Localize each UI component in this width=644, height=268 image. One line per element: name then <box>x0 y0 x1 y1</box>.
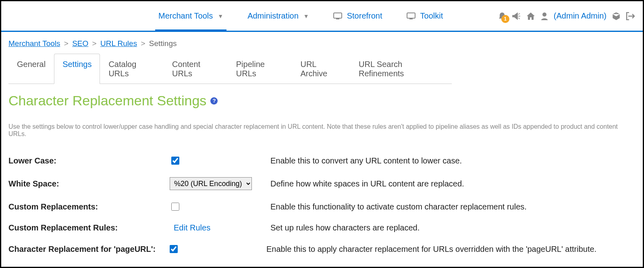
monitor-icon <box>333 13 342 20</box>
tab-content-urls[interactable]: Content URLs <box>164 54 228 84</box>
tab-url-search-refinements[interactable]: URL Search Refinements <box>350 54 452 84</box>
setting-label-page-url: Character Replacement for 'pageURL': <box>8 245 170 254</box>
select-white-space[interactable]: %20 (URL Encoding) <box>170 177 252 190</box>
setting-label-white-space: White Space: <box>8 179 170 188</box>
svg-rect-3 <box>409 19 413 19</box>
checkbox-lower-case[interactable] <box>171 157 179 165</box>
breadcrumb: Merchant Tools > SEO > URL Rules > Setti… <box>8 39 636 48</box>
setting-label-custom-rules: Custom Replacement Rules: <box>8 223 170 232</box>
box-icon[interactable] <box>612 12 620 21</box>
breadcrumb-separator: > <box>64 39 69 48</box>
monitor-icon <box>407 13 415 20</box>
tab-pipeline-urls[interactable]: Pipeline URLs <box>228 54 292 84</box>
nav-administration-label: Administration <box>247 11 299 21</box>
setting-row-custom-replacements: Custom Replacements: Enable this functio… <box>8 196 636 218</box>
svg-rect-1 <box>336 19 339 19</box>
nav-storefront[interactable]: Storefront <box>333 11 382 21</box>
svg-rect-2 <box>407 13 415 18</box>
settings-table: Lower Case: Enable this to convert any U… <box>8 150 636 260</box>
setting-desc-lower-case: Enable this to convert any URL content t… <box>270 156 636 165</box>
setting-desc-white-space: Define how white spaces in URL content a… <box>270 179 636 188</box>
checkbox-custom-replacements[interactable] <box>171 203 179 211</box>
top-bar: Merchant Tools ▼ Administration ▼ Storef… <box>1 1 643 32</box>
page-title: Character Replacement Settings ? <box>8 93 636 109</box>
caret-down-icon: ▼ <box>218 13 223 19</box>
svg-point-5 <box>542 13 546 17</box>
home-icon[interactable] <box>526 12 535 20</box>
content-area: Merchant Tools > SEO > URL Rules > Setti… <box>1 32 643 260</box>
nav-administration[interactable]: Administration ▼ <box>247 11 309 21</box>
top-nav: Merchant Tools ▼ Administration ▼ Storef… <box>158 11 443 21</box>
user-label[interactable]: (Admin Admin) <box>554 11 607 21</box>
setting-desc-page-url: Enable this to apply character replaceme… <box>266 245 636 254</box>
notification-badge: 1 <box>501 15 509 23</box>
page-description: Use the settings below to control lower/… <box>8 123 636 138</box>
tab-general[interactable]: General <box>8 54 54 84</box>
edit-rules-link[interactable]: Edit Rules <box>174 223 210 232</box>
notifications-icon[interactable]: 1 <box>498 12 506 21</box>
setting-row-white-space: White Space: %20 (URL Encoding) Define h… <box>8 172 636 196</box>
svg-rect-0 <box>334 13 342 18</box>
breadcrumb-separator: > <box>92 39 97 48</box>
breadcrumb-current: Settings <box>149 39 177 48</box>
help-icon[interactable]: ? <box>210 97 218 105</box>
breadcrumb-separator: > <box>141 39 145 48</box>
nav-merchant-tools[interactable]: Merchant Tools ▼ <box>158 11 223 21</box>
setting-label-lower-case: Lower Case: <box>8 156 170 165</box>
caret-down-icon: ▼ <box>303 13 309 19</box>
nav-storefront-label: Storefront <box>347 11 382 21</box>
nav-toolkit-label: Toolkit <box>420 11 443 21</box>
nav-toolkit[interactable]: Toolkit <box>407 11 443 21</box>
checkbox-page-url[interactable] <box>170 245 178 253</box>
tab-url-archive[interactable]: URL Archive <box>292 54 350 84</box>
nav-underline-decoration <box>37 31 106 32</box>
top-nav-right: 1 (Admin Admin) <box>498 11 635 21</box>
breadcrumb-link-seo[interactable]: SEO <box>72 39 88 48</box>
tab-catalog-urls[interactable]: Catalog URLs <box>100 54 164 84</box>
setting-desc-custom-rules: Set up rules how characters are replaced… <box>270 223 636 232</box>
setting-label-custom-replacements: Custom Replacements: <box>8 202 170 211</box>
page-title-text: Character Replacement Settings <box>8 93 206 109</box>
tabs: General Settings Catalog URLs Content UR… <box>8 54 452 84</box>
breadcrumb-link-merchant-tools[interactable]: Merchant Tools <box>8 39 60 48</box>
user-icon[interactable] <box>541 12 548 20</box>
nav-merchant-tools-label: Merchant Tools <box>158 11 213 21</box>
setting-row-lower-case: Lower Case: Enable this to convert any U… <box>8 150 636 172</box>
megaphone-icon[interactable] <box>512 12 521 20</box>
setting-desc-custom-replacements: Enable this functionality to activate cu… <box>270 202 636 211</box>
setting-row-page-url: Character Replacement for 'pageURL': Ena… <box>8 238 636 260</box>
setting-row-custom-rules: Custom Replacement Rules: Edit Rules Set… <box>8 218 636 238</box>
tab-settings[interactable]: Settings <box>54 54 100 84</box>
logout-icon[interactable] <box>626 12 635 20</box>
breadcrumb-link-url-rules[interactable]: URL Rules <box>100 39 137 48</box>
